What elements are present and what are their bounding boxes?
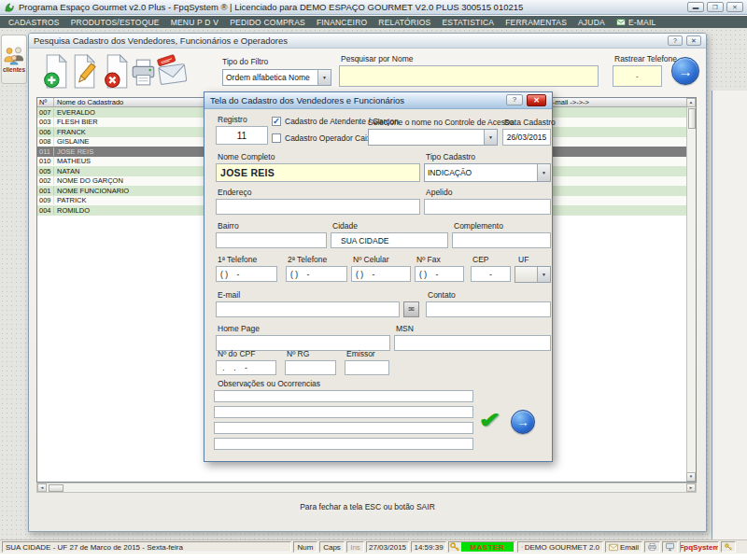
vertical-scroll-thumb[interactable] (688, 108, 696, 129)
delete-record-button[interactable] (104, 54, 131, 89)
registration-date-field[interactable]: 26/03/2015 (502, 129, 551, 146)
nickname-label: Apelido (426, 188, 452, 197)
mobile-input[interactable]: ( ) - (351, 266, 411, 282)
menu-email[interactable]: E-MAIL (616, 18, 656, 27)
send-email-button[interactable] (157, 54, 189, 89)
contact-input[interactable] (426, 301, 551, 317)
city-input[interactable]: SUA CIDADE (331, 232, 448, 248)
menu-ajuda[interactable]: AJUDA (578, 18, 605, 27)
horizontal-scroll-thumb[interactable] (49, 484, 63, 492)
column-header-email[interactable]: E-mail ->->-> (548, 98, 589, 107)
rg-input[interactable] (285, 360, 336, 375)
send-email-mini-button[interactable]: ✉ (403, 301, 419, 317)
cep-input[interactable]: - (471, 266, 511, 282)
row-name: FRANCK (54, 128, 86, 136)
status-insert: Ins (346, 541, 364, 553)
registro-field[interactable]: 11 (216, 126, 268, 145)
menu-produtos-estoque[interactable]: PRODUTOS/ESTOQUE (71, 18, 160, 27)
status-brand: FpqSystem (680, 541, 719, 553)
menu-estatistica[interactable]: ESTATISTICA (442, 18, 494, 27)
horizontal-scrollbar[interactable]: ◄ ► (36, 483, 697, 493)
row-number: 003 (37, 118, 54, 126)
cpf-input[interactable]: . . - (216, 360, 276, 375)
scroll-right-icon[interactable]: ► (686, 483, 696, 492)
window-close-icon[interactable]: ✕ (686, 35, 701, 46)
row-name: MATHEUS (54, 157, 91, 165)
search-label: Pesquisar por Nome (341, 54, 413, 63)
address-label: Endereço (218, 188, 251, 197)
msn-input[interactable] (394, 335, 551, 351)
nickname-input[interactable] (424, 199, 551, 215)
restore-icon[interactable]: ❐ (707, 2, 724, 12)
status-monitor[interactable] (662, 541, 678, 553)
phone-trace-input[interactable]: - (613, 65, 662, 87)
status-printer[interactable] (644, 541, 660, 553)
access-control-select[interactable]: ▼ (368, 129, 498, 146)
issuer-input[interactable] (345, 360, 389, 375)
print-button[interactable] (130, 54, 157, 89)
complement-input[interactable] (452, 232, 551, 248)
add-record-button[interactable] (43, 54, 70, 89)
uf-select[interactable]: ▼ (514, 266, 551, 283)
column-header-name[interactable]: Nome do Cadastrado (54, 98, 123, 106)
address-input[interactable] (216, 199, 420, 215)
registration-type-select[interactable]: INDICAÇÃO ▼ (424, 163, 551, 182)
menu-relatorios[interactable]: RELATÓRIOS (378, 18, 430, 27)
dialog-close-icon[interactable]: ✕ (527, 94, 546, 106)
row-name: GISLAINE (54, 137, 90, 146)
registration-type-label: Tipo Cadastro (426, 152, 475, 161)
row-name: NATAN (54, 167, 79, 175)
search-input[interactable] (339, 65, 599, 87)
brand-text: FpqSystem (680, 543, 719, 552)
phone1-input[interactable]: ( ) - (216, 266, 277, 282)
full-name-value: JOSE REIS (220, 167, 275, 178)
rg-label: Nº RG (287, 349, 309, 358)
email-input[interactable] (216, 301, 400, 317)
menubar: CADASTROS PRODUTOS/ESTOQUE MENU P D V PE… (0, 16, 747, 28)
fax-input[interactable]: ( ) - (415, 266, 464, 282)
help-button[interactable]: ? (668, 35, 683, 46)
arrow-right-icon: → (517, 415, 529, 429)
status-email-text: Email (620, 543, 639, 552)
dialog-help-button[interactable]: ? (506, 94, 523, 105)
menu-ferramentas[interactable]: FERRAMENTAS (505, 18, 567, 27)
district-input[interactable] (216, 232, 327, 248)
scroll-up-icon[interactable]: ▲ (686, 98, 696, 107)
edit-record-button[interactable] (71, 54, 98, 89)
dialog-title: Tela do Cadastro dos Vendedores e Funcio… (210, 95, 404, 105)
observations-line-1[interactable] (214, 390, 473, 402)
menu-cadastros[interactable]: CADASTROS (8, 18, 60, 27)
fax-label: Nº Fax (416, 255, 441, 264)
clients-people-icon (3, 47, 25, 65)
dialog-next-button[interactable]: → (511, 410, 535, 434)
cep-label: CEP (472, 255, 488, 264)
status-email[interactable]: Email (605, 541, 642, 553)
confirm-check-icon[interactable]: ✔ (479, 408, 501, 433)
filter-type-select[interactable]: Ordem alfabetica Nome ▼ (222, 69, 331, 86)
menu-pdv[interactable]: MENU P D V (171, 18, 218, 27)
clientes-button[interactable]: clientes (1, 35, 27, 84)
close-icon[interactable]: ✕ (726, 2, 743, 12)
menu-pedido-compras[interactable]: PEDIDO COMPRAS (230, 18, 305, 27)
minimize-icon[interactable]: ▬ (687, 2, 704, 12)
menu-email-label: E-MAIL (628, 18, 656, 27)
clientes-button-label: clientes (3, 66, 25, 73)
menu-financeiro[interactable]: FINANCEIRO (317, 18, 367, 27)
row-number: 004 (37, 206, 54, 215)
chevron-down-icon: ▼ (317, 70, 331, 85)
observations-line-4[interactable] (214, 438, 473, 450)
search-go-button[interactable]: → (671, 57, 699, 85)
registro-label: Registro (218, 115, 247, 124)
observations-line-3[interactable] (214, 422, 473, 434)
status-date-text: 27/03/2015 (369, 543, 406, 552)
phone2-input[interactable]: ( ) - (286, 266, 347, 282)
vertical-scrollbar[interactable]: ▲ ▼ (686, 98, 696, 482)
scroll-left-icon[interactable]: ◄ (37, 483, 47, 492)
cashier-checkbox[interactable]: Cadastro Operador Caixa (272, 133, 375, 143)
row-number: 008 (37, 137, 54, 146)
chevron-down-icon: ▼ (484, 130, 497, 145)
scroll-down-icon[interactable]: ▼ (686, 472, 696, 482)
column-header-num[interactable]: Nº (37, 98, 54, 106)
observations-line-2[interactable] (214, 406, 473, 418)
full-name-input[interactable]: JOSE REIS (216, 163, 420, 182)
